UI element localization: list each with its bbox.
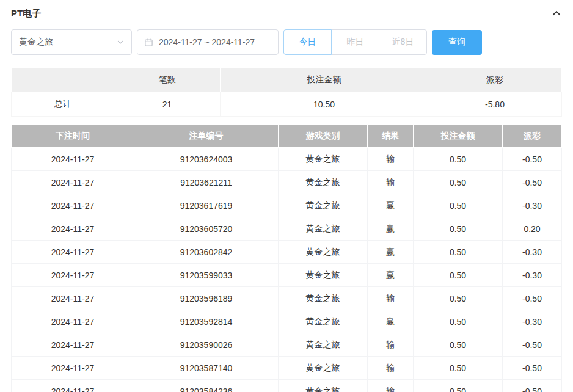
order-id-cell: 91203599033	[134, 264, 279, 287]
bet-time-cell: 2024-11-27	[12, 217, 134, 241]
payout-cell: -0.50	[503, 171, 562, 194]
summary-payout-value: -5.80	[428, 92, 562, 117]
bet-amount-cell: 0.50	[414, 148, 503, 171]
summary-total-label: 总计	[12, 92, 114, 117]
order-id-cell: 91203584236	[134, 380, 279, 392]
payout-cell: -0.50	[503, 333, 562, 357]
header-game-type: 游戏类别	[279, 125, 368, 148]
table-row: 2024-11-2791203584236黄金之旅输0.50-0.50	[12, 380, 562, 392]
result-cell: 输	[368, 287, 414, 310]
order-id-cell: 91203621211	[134, 171, 279, 194]
game-type-cell: 黄金之旅	[279, 148, 368, 171]
payout-cell: 0.20	[503, 217, 562, 241]
header-bet-time: 下注时间	[12, 125, 134, 148]
header-order-id: 注单编号	[134, 125, 279, 148]
table-row: 2024-11-2791203590026黄金之旅输0.50-0.50	[12, 333, 562, 357]
bet-amount-cell: 0.50	[414, 241, 503, 264]
bet-time-cell: 2024-11-27	[12, 287, 134, 310]
search-button[interactable]: 查询	[432, 30, 482, 55]
bet-amount-cell: 0.50	[414, 310, 503, 333]
table-row: 2024-11-2791203599033黄金之旅赢0.50-0.30	[12, 264, 562, 287]
bet-time-cell: 2024-11-27	[12, 357, 134, 380]
order-id-cell: 91203587140	[134, 357, 279, 380]
bet-time-cell: 2024-11-27	[12, 194, 134, 217]
report-panel: PT电子 黄金之旅 2024-11-27 ~ 2024-11-27 今日 昨日 …	[0, 0, 573, 392]
result-cell: 赢	[368, 217, 414, 241]
order-id-cell: 91203624003	[134, 148, 279, 171]
game-type-cell: 黄金之旅	[279, 217, 368, 241]
order-id-cell: 91203617619	[134, 194, 279, 217]
game-type-cell: 黄金之旅	[279, 194, 368, 217]
result-cell: 输	[368, 171, 414, 194]
game-type-cell: 黄金之旅	[279, 333, 368, 357]
game-type-cell: 黄金之旅	[279, 380, 368, 392]
yesterday-button[interactable]: 昨日	[331, 29, 379, 55]
result-cell: 赢	[368, 194, 414, 217]
payout-cell: -0.30	[503, 310, 562, 333]
date-range-value: 2024-11-27 ~ 2024-11-27	[159, 37, 255, 47]
payout-cell: -0.30	[503, 264, 562, 287]
payout-cell: -0.50	[503, 357, 562, 380]
payout-cell: -0.50	[503, 380, 562, 392]
chevron-up-icon[interactable]	[551, 8, 562, 19]
game-type-cell: 黄金之旅	[279, 264, 368, 287]
summary-header-payout: 派彩	[428, 68, 562, 92]
bet-time-cell: 2024-11-27	[12, 310, 134, 333]
table-row: 2024-11-2791203596189黄金之旅输0.50-0.50	[12, 287, 562, 310]
game-type-cell: 黄金之旅	[279, 287, 368, 310]
payout-cell: -0.50	[503, 148, 562, 171]
payout-cell: -0.30	[503, 241, 562, 264]
result-cell: 输	[368, 380, 414, 392]
table-row: 2024-11-2791203605720黄金之旅赢0.500.20	[12, 217, 562, 241]
table-row: 2024-11-2791203624003黄金之旅输0.50-0.50	[12, 148, 562, 171]
bet-amount-cell: 0.50	[414, 171, 503, 194]
bet-amount-cell: 0.50	[414, 287, 503, 310]
result-cell: 赢	[368, 310, 414, 333]
panel-title: PT电子	[11, 8, 41, 20]
summary-header-count: 笔数	[114, 68, 221, 92]
panel-header: PT电子	[11, 0, 562, 27]
filter-bar: 黄金之旅 2024-11-27 ~ 2024-11-27 今日 昨日 近8日 查…	[11, 29, 562, 55]
game-select-value: 黄金之旅	[19, 37, 53, 48]
bet-time-cell: 2024-11-27	[12, 380, 134, 392]
header-payout: 派彩	[503, 125, 562, 148]
summary-header-blank	[12, 68, 114, 92]
bet-amount-cell: 0.50	[414, 380, 503, 392]
bet-time-cell: 2024-11-27	[12, 241, 134, 264]
bet-time-cell: 2024-11-27	[12, 333, 134, 357]
result-cell: 赢	[368, 264, 414, 287]
table-row: 2024-11-2791203592814黄金之旅赢0.50-0.30	[12, 310, 562, 333]
summary-header-bet-amount: 投注金额	[221, 68, 428, 92]
summary-header-row: 笔数 投注金额 派彩	[12, 68, 562, 92]
bet-amount-cell: 0.50	[414, 264, 503, 287]
bet-amount-cell: 0.50	[414, 357, 503, 380]
bet-records-table: 下注时间 注单编号 游戏类别 结果 投注金额 派彩 2024-11-279120…	[11, 125, 562, 392]
bet-amount-cell: 0.50	[414, 217, 503, 241]
summary-bet-amount-value: 10.50	[221, 92, 428, 117]
game-type-cell: 黄金之旅	[279, 357, 368, 380]
calendar-icon	[144, 38, 153, 47]
game-select[interactable]: 黄金之旅	[11, 29, 132, 55]
result-cell: 输	[368, 333, 414, 357]
order-id-cell: 91203592814	[134, 310, 279, 333]
last-8-days-button[interactable]: 近8日	[379, 29, 427, 55]
game-type-cell: 黄金之旅	[279, 310, 368, 333]
header-result: 结果	[368, 125, 414, 148]
summary-count-value: 21	[114, 92, 221, 117]
bet-amount-cell: 0.50	[414, 194, 503, 217]
payout-cell: -0.30	[503, 194, 562, 217]
game-type-cell: 黄金之旅	[279, 241, 368, 264]
today-button[interactable]: 今日	[283, 29, 332, 55]
result-cell: 输	[368, 357, 414, 380]
order-id-cell: 91203590026	[134, 333, 279, 357]
summary-table: 笔数 投注金额 派彩 总计 21 10.50 -5.80	[11, 67, 562, 117]
date-range-input[interactable]: 2024-11-27 ~ 2024-11-27	[137, 29, 279, 55]
header-bet-amount: 投注金额	[414, 125, 503, 148]
result-cell: 赢	[368, 241, 414, 264]
order-id-cell: 91203605720	[134, 217, 279, 241]
table-row: 2024-11-2791203587140黄金之旅输0.50-0.50	[12, 357, 562, 380]
quick-date-button-group: 今日 昨日 近8日	[283, 29, 427, 55]
order-id-cell: 91203602842	[134, 241, 279, 264]
result-cell: 输	[368, 148, 414, 171]
table-row: 2024-11-2791203621211黄金之旅输0.50-0.50	[12, 171, 562, 194]
